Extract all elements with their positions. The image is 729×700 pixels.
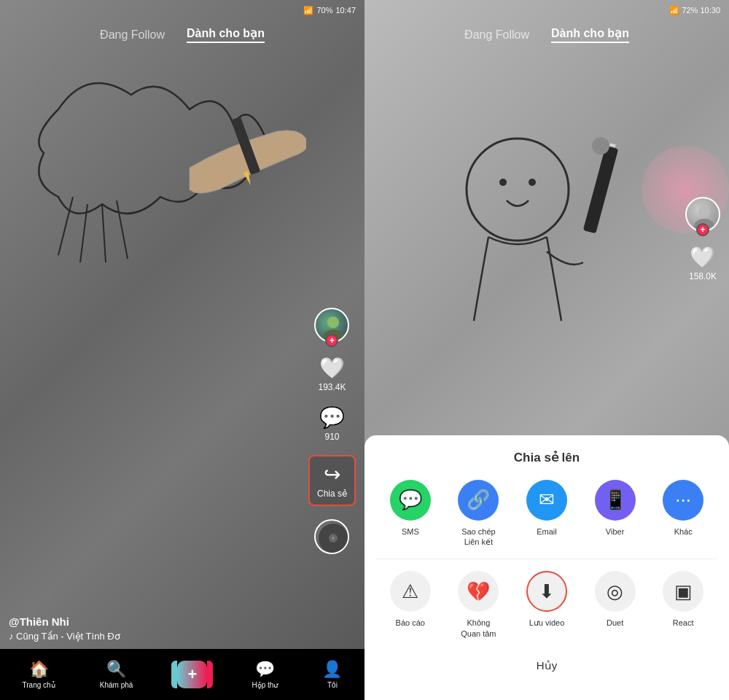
share-option-save[interactable]: ⬇ Lưu video [526,571,567,639]
create-icon-left[interactable]: + [177,661,207,688]
disc-avatar-left [314,519,349,554]
share-options-row-1: 💬 SMS 🔗 Sao chépLiên kết ✉ Email 📱 Viber… [376,480,717,548]
share-button-left[interactable]: ↪ Chia sẻ [308,455,356,506]
actions-panel-right: + 🤍 158.0K [685,197,720,281]
svg-point-6 [327,316,339,328]
share-options-row-2: ⚠ Báo cáo 💔 KhôngQuan tâm ⬇ Lưu video ◎ … [376,571,717,639]
username-left[interactable]: @Thiên Nhi [9,615,313,628]
not-interested-label: KhôngQuan tâm [461,618,496,639]
like-count-left: 193.4K [318,382,346,392]
svg-point-15 [592,137,609,155]
phone-left: 📶 70% 10:47 Đang Follow Dành cho bạn + 🤍… [0,0,364,700]
more-label: Khác [674,526,693,537]
nav-explore-left[interactable]: 🔍 Khám phá [100,660,133,689]
status-bar-left: 📶 70% 10:47 [0,0,364,20]
email-label: Email [537,526,557,537]
svg-point-11 [467,139,569,241]
home-icon-left: 🏠 [29,660,49,679]
tab-foryou-left[interactable]: Dành cho bạn [187,26,265,43]
report-icon: ⚠ [390,571,431,612]
report-label: Báo cáo [396,618,425,628]
cancel-button[interactable]: Hủy [376,653,717,678]
react-label: React [673,618,694,628]
follow-plus-badge-right[interactable]: + [696,223,709,236]
sms-label: SMS [402,526,419,537]
not-interested-icon: 💔 [458,571,499,612]
actions-panel-left: + 🤍 193.4K 💬 910 ↪ Chia sẻ [308,308,356,554]
share-option-duet[interactable]: ◎ Duet [595,571,636,639]
share-option-report[interactable]: ⚠ Báo cáo [390,571,431,639]
wifi-icon-left: 📶 [303,6,313,15]
bird-drawing-left [0,51,306,343]
svg-point-17 [698,206,710,217]
phone-right: 📶 72% 10:30 Đang Follow Dành cho bạn + 🤍… [364,0,729,700]
copy-link-label: Sao chépLiên kết [461,526,495,548]
follow-plus-badge-left[interactable]: + [325,334,338,347]
top-nav-right: Đang Follow Dành cho bạn [364,20,729,49]
like-count-right: 158.0K [689,271,717,281]
more-icon: ··· [663,480,703,521]
save-video-label: Lưu video [529,618,565,628]
comment-button-left[interactable]: 💬 910 [319,405,345,442]
nav-profile-label-left: Tôi [327,681,338,689]
heart-icon-left: 🤍 [319,356,345,380]
bottom-nav-left: 🏠 Trang chủ 🔍 Khám phá + 💬 Hộp thư 👤 Tôi [0,649,364,700]
comment-icon-left: 💬 [319,405,345,429]
nav-explore-label-left: Khám phá [100,681,133,689]
share-option-notinterested[interactable]: 💔 KhôngQuan tâm [458,571,499,639]
svg-point-13 [529,179,536,186]
nav-home-left[interactable]: 🏠 Trang chủ [23,660,55,689]
svg-line-0 [58,197,73,255]
sms-icon: 💬 [390,480,431,521]
email-icon: ✉ [526,480,567,521]
share-label-left: Chia sẻ [317,489,347,499]
nav-profile-left[interactable]: 👤 Tôi [322,660,342,689]
search-icon-left: 🔍 [106,660,126,679]
nav-home-label-left: Trang chủ [23,681,55,689]
svg-rect-14 [583,146,618,234]
time-left: 10:47 [335,6,356,15]
duet-icon: ◎ [595,571,636,612]
share-option-viber[interactable]: 📱 Viber [595,480,636,548]
react-icon: ▣ [663,571,703,612]
character-drawing-right [386,73,663,350]
share-option-copy[interactable]: 🔗 Sao chépLiên kết [458,480,499,548]
share-option-react[interactable]: ▣ React [663,571,703,639]
avatar-container-left[interactable]: + [314,308,349,343]
viber-icon: 📱 [595,480,636,521]
time-right: 10:30 [700,6,720,15]
viber-label: Viber [606,526,624,537]
share-option-email[interactable]: ✉ Email [526,480,567,548]
heart-icon-right: 🤍 [690,245,715,269]
svg-line-3 [117,201,128,259]
inbox-icon-left: 💬 [255,660,275,679]
music-disc-left[interactable] [314,519,349,554]
save-video-icon: ⬇ [526,571,567,612]
battery-left: 70% [316,6,332,15]
share-icon-left: ↪ [324,462,340,486]
tab-foryou-right[interactable]: Dành cho bạn [551,26,629,43]
avatar-container-right[interactable]: + [685,197,720,232]
like-button-right[interactable]: 🤍 158.0K [689,245,717,281]
svg-point-12 [499,179,507,186]
tab-following-left[interactable]: Đang Follow [100,28,165,42]
bottom-info-left: @Thiên Nhi ♪ Cũng Tần - Việt Tình Đơ [9,615,313,642]
svg-line-2 [102,204,106,262]
share-modal-title: Chia sẻ lên [376,450,717,465]
nav-inbox-label-left: Hộp thư [252,681,278,689]
svg-point-10 [332,537,335,540]
tab-following-right[interactable]: Đang Follow [464,28,529,42]
like-button-left[interactable]: 🤍 193.4K [318,356,346,392]
song-info-left[interactable]: ♪ Cũng Tần - Việt Tình Đơ [9,631,313,642]
copy-link-icon: 🔗 [458,480,499,521]
status-bar-right: 📶 72% 10:30 [364,0,729,20]
share-option-more[interactable]: ··· Khác [663,480,703,548]
profile-icon-left: 👤 [322,660,342,679]
top-nav-left: Đang Follow Dành cho bạn [0,20,364,49]
battery-right: 72% [682,6,698,15]
share-modal: Chia sẻ lên 💬 SMS 🔗 Sao chépLiên kết ✉ E… [364,435,729,700]
share-option-sms[interactable]: 💬 SMS [390,480,431,548]
nav-create-left[interactable]: + [177,661,207,688]
wifi-icon-right: 📶 [669,6,679,15]
nav-inbox-left[interactable]: 💬 Hộp thư [252,660,278,689]
